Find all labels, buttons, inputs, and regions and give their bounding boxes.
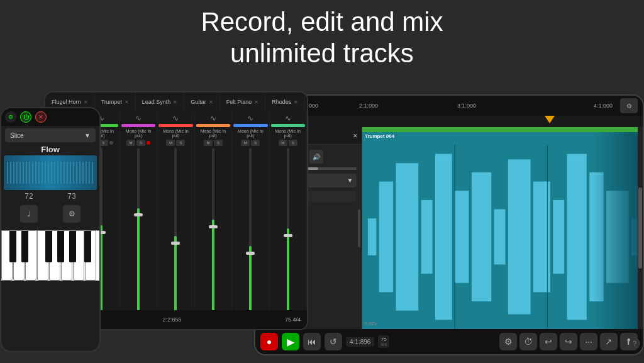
piano-keyboard[interactable] [1, 230, 99, 281]
ch3-dot [147, 141, 150, 145]
sample-num2: 73 [67, 192, 75, 201]
piano-key-cs2[interactable] [84, 231, 91, 262]
ch7-label: Mono (Mic In put) [271, 129, 305, 138]
ch5-label: Mono (Mic In put) [196, 129, 230, 138]
ch4-fader-thumb[interactable] [171, 242, 180, 245]
mixer-channel-3: ∿ Mono (Mic In put) M S 9 [120, 111, 157, 329]
ch3-solo-btn[interactable]: S [136, 140, 145, 146]
mixer-tab-leadsynth[interactable]: Lead Synth✕ [136, 92, 185, 111]
position-display: 4:1:896 [346, 337, 374, 347]
ch7-solo-btn[interactable]: S [289, 140, 297, 146]
sample-numbers: 72 73 [1, 190, 99, 203]
ch6-fader-thumb[interactable] [246, 252, 255, 255]
ch3-color [121, 124, 155, 127]
ch7-fader[interactable] [282, 148, 294, 327]
more-button[interactable]: ··· [580, 333, 597, 350]
ch7-fader-thumb[interactable] [284, 234, 292, 237]
redo-button[interactable]: ↪ [560, 333, 577, 350]
mixer-tab-trumpet[interactable]: Trumpet✕ [95, 92, 136, 111]
ch4-mute-btn[interactable]: M [166, 140, 175, 146]
loop-button[interactable]: ↺ [325, 333, 342, 350]
ch3-mute-btn[interactable]: M [126, 140, 135, 146]
rewind-button[interactable]: ⏮ [303, 333, 321, 350]
scrollbar-thumb[interactable] [638, 187, 642, 268]
mixer-tab-feltpiano[interactable]: Felt Piano✕ [220, 92, 266, 111]
clip-fade-right [592, 132, 643, 329]
trumpet-clip[interactable]: Trumpet 004 [362, 132, 643, 329]
ch5-color [196, 124, 230, 127]
ch3-fader-thumb[interactable] [134, 213, 143, 216]
ch3-label: Mono (Mic In put) [121, 129, 155, 138]
ch6-fader[interactable] [244, 148, 257, 327]
track-settings-button[interactable]: ⚙ [620, 98, 638, 113]
svg-rect-6 [455, 191, 469, 283]
track-area: Trumpet 004 [362, 127, 643, 329]
mixer-tab-rhodes[interactable]: Rhodes✕ [265, 92, 305, 111]
ch6-color [233, 124, 267, 127]
svg-rect-1 [368, 218, 376, 255]
left-device-close[interactable]: ✕ [35, 111, 47, 123]
ch6-ms: M S [241, 140, 260, 146]
share-button[interactable]: ↗ [600, 333, 618, 350]
ch7-mute-btn[interactable]: M [279, 140, 287, 146]
time-sig-value: 4/4 [380, 342, 387, 347]
tempo-value: 75 [381, 337, 387, 342]
undo-button[interactable]: ↩ [540, 333, 557, 350]
time-marker-2: 2:1:000 [321, 103, 416, 109]
left-device-power[interactable]: ⏻ [20, 111, 31, 123]
musical-note-button[interactable]: ♩ [20, 205, 38, 223]
track-close-icon[interactable]: ✕ [353, 133, 358, 139]
ch4-fader[interactable] [169, 148, 182, 324]
record-button[interactable]: ● [260, 333, 278, 350]
ch6-solo-btn[interactable]: S [251, 140, 260, 146]
ch7-ms: M S [279, 140, 297, 146]
mixer-tempo: 75 [285, 316, 291, 323]
bottom-right-controls: ⚙ ⏱ ↩ ↪ ··· ↗ ⬆ [499, 333, 638, 350]
help-button[interactable]: ? [629, 338, 640, 349]
left-device-icon1[interactable]: ⚙ [5, 111, 16, 123]
zoom-label: 0.92x [365, 321, 377, 327]
flow-label: Flow [1, 145, 99, 154]
left-panel-scrollbar[interactable] [358, 209, 360, 247]
ch4-color [158, 124, 192, 127]
left-device-topbar: ⚙ ⏻ ✕ [1, 108, 99, 126]
mixer-button[interactable]: ⚙ [499, 333, 517, 350]
play-button[interactable]: ▶ [282, 333, 299, 350]
ch6-mute-btn[interactable]: M [241, 140, 250, 146]
ch5-fader-thumb[interactable] [209, 225, 218, 228]
waveform-wave [4, 155, 97, 190]
vertical-scrollbar[interactable] [638, 127, 643, 329]
ch3-fader[interactable] [132, 148, 145, 320]
ch5-icon: ∿ [210, 114, 216, 123]
hero-line1: Record, edit and mix [0, 6, 644, 38]
svg-rect-12 [567, 154, 587, 320]
mixer-channel-4: ∿ Mono (Mic In put) M S [157, 111, 194, 329]
left-device-bottombar: ♩ ⚙ [1, 203, 99, 225]
metronome-button[interactable]: ⏱ [519, 333, 537, 350]
ch3-icon: ∿ [135, 114, 142, 123]
piano-key-cs[interactable] [9, 231, 16, 262]
ch3-ms: M S [126, 140, 150, 146]
ch5-fader-track [212, 148, 214, 327]
piano-key-gs[interactable] [57, 231, 64, 262]
ch4-solo-btn[interactable]: S [176, 140, 185, 146]
mixer-ts: 4/4 [292, 316, 301, 323]
mixer-tab-bass[interactable]: Bass✕ [305, 92, 307, 111]
ch7-color [271, 124, 305, 127]
volume-icon[interactable]: 🔊 [309, 150, 323, 164]
ch6-fader-track [249, 148, 252, 327]
piano-key-fs[interactable] [45, 231, 52, 262]
svg-rect-11 [553, 200, 564, 274]
settings-button[interactable]: ⚙ [63, 205, 80, 223]
piano-key-ds[interactable] [21, 231, 28, 262]
hero-text: Record, edit and mix unlimited tracks [0, 6, 644, 70]
slice-dropdown[interactable]: Slice ▼ [5, 128, 96, 142]
ch5-solo-btn[interactable]: S [214, 140, 223, 146]
mixer-time: 2:2:655 [162, 316, 181, 323]
ch5-mute-btn[interactable]: M [204, 140, 213, 146]
ch5-ms: M S [204, 140, 223, 146]
ch5-fader[interactable] [207, 148, 219, 327]
piano-key-as[interactable] [69, 231, 76, 262]
mixer-tab-guitar[interactable]: Guitar✕ [184, 92, 220, 111]
track-top-strip [362, 127, 643, 132]
